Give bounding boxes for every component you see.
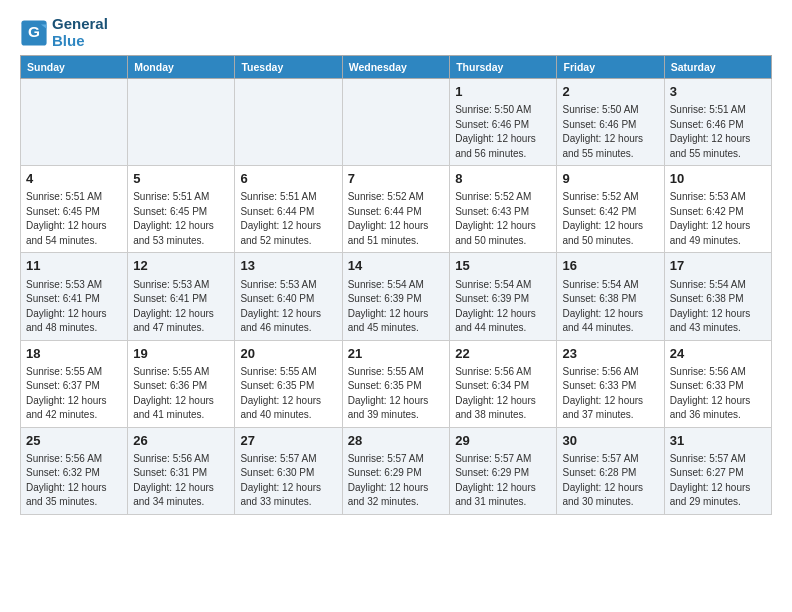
calendar-cell: 20Sunrise: 5:55 AMSunset: 6:35 PMDayligh… <box>235 340 342 427</box>
calendar-cell: 25Sunrise: 5:56 AMSunset: 6:32 PMDayligh… <box>21 427 128 514</box>
day-info: Sunrise: 5:57 AMSunset: 6:27 PMDaylight:… <box>670 452 766 510</box>
calendar-cell: 19Sunrise: 5:55 AMSunset: 6:36 PMDayligh… <box>128 340 235 427</box>
day-number: 8 <box>455 170 551 188</box>
day-number: 3 <box>670 83 766 101</box>
day-info: Sunrise: 5:53 AMSunset: 6:41 PMDaylight:… <box>26 278 122 336</box>
calendar-table: SundayMondayTuesdayWednesdayThursdayFrid… <box>20 55 772 515</box>
calendar-cell: 13Sunrise: 5:53 AMSunset: 6:40 PMDayligh… <box>235 253 342 340</box>
day-info: Sunrise: 5:51 AMSunset: 6:45 PMDaylight:… <box>133 190 229 248</box>
calendar-cell: 5Sunrise: 5:51 AMSunset: 6:45 PMDaylight… <box>128 166 235 253</box>
day-number: 13 <box>240 257 336 275</box>
calendar-cell: 1Sunrise: 5:50 AMSunset: 6:46 PMDaylight… <box>450 79 557 166</box>
day-info: Sunrise: 5:56 AMSunset: 6:32 PMDaylight:… <box>26 452 122 510</box>
calendar-cell: 18Sunrise: 5:55 AMSunset: 6:37 PMDayligh… <box>21 340 128 427</box>
day-info: Sunrise: 5:51 AMSunset: 6:46 PMDaylight:… <box>670 103 766 161</box>
day-number: 26 <box>133 432 229 450</box>
calendar-cell: 2Sunrise: 5:50 AMSunset: 6:46 PMDaylight… <box>557 79 664 166</box>
day-info: Sunrise: 5:54 AMSunset: 6:39 PMDaylight:… <box>348 278 444 336</box>
calendar-cell: 17Sunrise: 5:54 AMSunset: 6:38 PMDayligh… <box>664 253 771 340</box>
day-info: Sunrise: 5:51 AMSunset: 6:45 PMDaylight:… <box>26 190 122 248</box>
day-info: Sunrise: 5:57 AMSunset: 6:30 PMDaylight:… <box>240 452 336 510</box>
calendar-cell: 22Sunrise: 5:56 AMSunset: 6:34 PMDayligh… <box>450 340 557 427</box>
calendar-cell: 21Sunrise: 5:55 AMSunset: 6:35 PMDayligh… <box>342 340 449 427</box>
day-header-tuesday: Tuesday <box>235 56 342 79</box>
day-number: 16 <box>562 257 658 275</box>
day-info: Sunrise: 5:55 AMSunset: 6:35 PMDaylight:… <box>348 365 444 423</box>
day-number: 31 <box>670 432 766 450</box>
day-info: Sunrise: 5:55 AMSunset: 6:36 PMDaylight:… <box>133 365 229 423</box>
calendar-cell: 8Sunrise: 5:52 AMSunset: 6:43 PMDaylight… <box>450 166 557 253</box>
calendar-cell: 4Sunrise: 5:51 AMSunset: 6:45 PMDaylight… <box>21 166 128 253</box>
day-info: Sunrise: 5:57 AMSunset: 6:29 PMDaylight:… <box>348 452 444 510</box>
day-info: Sunrise: 5:56 AMSunset: 6:33 PMDaylight:… <box>562 365 658 423</box>
calendar-cell: 6Sunrise: 5:51 AMSunset: 6:44 PMDaylight… <box>235 166 342 253</box>
calendar-cell: 7Sunrise: 5:52 AMSunset: 6:44 PMDaylight… <box>342 166 449 253</box>
day-number: 30 <box>562 432 658 450</box>
day-number: 15 <box>455 257 551 275</box>
calendar-cell: 24Sunrise: 5:56 AMSunset: 6:33 PMDayligh… <box>664 340 771 427</box>
day-header-thursday: Thursday <box>450 56 557 79</box>
calendar-cell: 26Sunrise: 5:56 AMSunset: 6:31 PMDayligh… <box>128 427 235 514</box>
day-info: Sunrise: 5:56 AMSunset: 6:34 PMDaylight:… <box>455 365 551 423</box>
day-number: 11 <box>26 257 122 275</box>
day-number: 17 <box>670 257 766 275</box>
day-number: 2 <box>562 83 658 101</box>
day-info: Sunrise: 5:50 AMSunset: 6:46 PMDaylight:… <box>562 103 658 161</box>
day-info: Sunrise: 5:53 AMSunset: 6:41 PMDaylight:… <box>133 278 229 336</box>
day-header-friday: Friday <box>557 56 664 79</box>
day-header-row: SundayMondayTuesdayWednesdayThursdayFrid… <box>21 56 772 79</box>
day-number: 9 <box>562 170 658 188</box>
day-info: Sunrise: 5:52 AMSunset: 6:42 PMDaylight:… <box>562 190 658 248</box>
calendar-cell: 14Sunrise: 5:54 AMSunset: 6:39 PMDayligh… <box>342 253 449 340</box>
day-number: 19 <box>133 345 229 363</box>
calendar-week-row: 4Sunrise: 5:51 AMSunset: 6:45 PMDaylight… <box>21 166 772 253</box>
day-info: Sunrise: 5:56 AMSunset: 6:31 PMDaylight:… <box>133 452 229 510</box>
svg-text:G: G <box>28 23 40 40</box>
calendar-cell: 10Sunrise: 5:53 AMSunset: 6:42 PMDayligh… <box>664 166 771 253</box>
day-number: 27 <box>240 432 336 450</box>
calendar-cell: 30Sunrise: 5:57 AMSunset: 6:28 PMDayligh… <box>557 427 664 514</box>
day-number: 20 <box>240 345 336 363</box>
day-header-monday: Monday <box>128 56 235 79</box>
day-info: Sunrise: 5:56 AMSunset: 6:33 PMDaylight:… <box>670 365 766 423</box>
day-number: 4 <box>26 170 122 188</box>
logo-icon: G <box>20 19 48 47</box>
day-info: Sunrise: 5:54 AMSunset: 6:38 PMDaylight:… <box>670 278 766 336</box>
day-header-wednesday: Wednesday <box>342 56 449 79</box>
day-number: 7 <box>348 170 444 188</box>
calendar-cell <box>21 79 128 166</box>
day-info: Sunrise: 5:55 AMSunset: 6:35 PMDaylight:… <box>240 365 336 423</box>
day-number: 1 <box>455 83 551 101</box>
calendar-cell: 29Sunrise: 5:57 AMSunset: 6:29 PMDayligh… <box>450 427 557 514</box>
day-number: 14 <box>348 257 444 275</box>
day-info: Sunrise: 5:52 AMSunset: 6:43 PMDaylight:… <box>455 190 551 248</box>
calendar-cell: 9Sunrise: 5:52 AMSunset: 6:42 PMDaylight… <box>557 166 664 253</box>
day-header-saturday: Saturday <box>664 56 771 79</box>
day-info: Sunrise: 5:53 AMSunset: 6:40 PMDaylight:… <box>240 278 336 336</box>
calendar-week-row: 25Sunrise: 5:56 AMSunset: 6:32 PMDayligh… <box>21 427 772 514</box>
calendar-cell: 3Sunrise: 5:51 AMSunset: 6:46 PMDaylight… <box>664 79 771 166</box>
day-number: 6 <box>240 170 336 188</box>
calendar-week-row: 11Sunrise: 5:53 AMSunset: 6:41 PMDayligh… <box>21 253 772 340</box>
day-number: 23 <box>562 345 658 363</box>
day-number: 5 <box>133 170 229 188</box>
day-info: Sunrise: 5:54 AMSunset: 6:39 PMDaylight:… <box>455 278 551 336</box>
calendar-cell: 11Sunrise: 5:53 AMSunset: 6:41 PMDayligh… <box>21 253 128 340</box>
calendar-cell: 31Sunrise: 5:57 AMSunset: 6:27 PMDayligh… <box>664 427 771 514</box>
calendar-cell <box>128 79 235 166</box>
day-number: 22 <box>455 345 551 363</box>
day-number: 21 <box>348 345 444 363</box>
day-number: 24 <box>670 345 766 363</box>
logo: G General Blue <box>20 16 108 49</box>
day-number: 18 <box>26 345 122 363</box>
calendar-week-row: 1Sunrise: 5:50 AMSunset: 6:46 PMDaylight… <box>21 79 772 166</box>
day-info: Sunrise: 5:51 AMSunset: 6:44 PMDaylight:… <box>240 190 336 248</box>
day-number: 10 <box>670 170 766 188</box>
calendar-cell: 15Sunrise: 5:54 AMSunset: 6:39 PMDayligh… <box>450 253 557 340</box>
day-info: Sunrise: 5:57 AMSunset: 6:28 PMDaylight:… <box>562 452 658 510</box>
day-info: Sunrise: 5:50 AMSunset: 6:46 PMDaylight:… <box>455 103 551 161</box>
calendar-cell: 12Sunrise: 5:53 AMSunset: 6:41 PMDayligh… <box>128 253 235 340</box>
calendar-cell <box>235 79 342 166</box>
logo-text-line1: General <box>52 16 108 33</box>
day-number: 29 <box>455 432 551 450</box>
